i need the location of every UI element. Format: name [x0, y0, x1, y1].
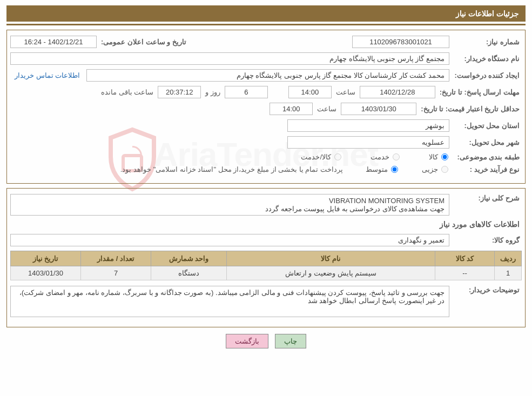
buyer-org-label: نام دستگاه خریدار:: [452, 55, 522, 63]
remaining-label: ساعت باقی مانده: [99, 88, 156, 96]
requester-label: ایجاد کننده درخواست:: [452, 71, 522, 79]
contact-info-link[interactable]: اطلاعات تماس خریدار: [10, 71, 84, 79]
group-value: تعمیر و نگهداری: [10, 234, 449, 246]
radio-goods[interactable]: [441, 153, 448, 160]
radio-medium-label: متوسط: [366, 165, 388, 173]
payment-note: پرداخت تمام یا بخشی از مبلغ خرید،از محل …: [118, 165, 345, 173]
radio-service[interactable]: [393, 153, 400, 160]
divider: [6, 24, 526, 25]
radio-partial[interactable]: [441, 166, 448, 173]
province-label: استان محل تحویل:: [452, 122, 522, 130]
need-number-label: شماره نیاز:: [452, 38, 522, 46]
page-title: جزئیات اطلاعات نیاز: [6, 5, 526, 22]
info-section: شماره نیاز: 1102096783001021 تاریخ و ساع…: [6, 30, 526, 184]
desc-textarea[interactable]: VIBRATION MONITORING SYSTEM جهت مشاهده‌ی…: [10, 194, 449, 216]
th-unit: واحد شمارش: [151, 251, 227, 266]
radio-goods-service-label: کالا/خدمت: [301, 153, 331, 161]
radio-service-label: خدمت: [371, 153, 389, 161]
deadline-date-value: 1402/12/28: [360, 86, 435, 98]
requester-value: محمد کشت کار کارشناسان کالا مجتمع گاز پا…: [86, 69, 449, 82]
buyer-org-value: مجتمع گاز پارس جنوبی پالایشگاه چهارم: [10, 52, 449, 65]
cell-name: سیستم پایش وضعیت و ارتعاش: [227, 266, 435, 280]
days-remaining-value: 6: [225, 86, 268, 98]
radio-goods-service[interactable]: [334, 153, 341, 160]
th-code: کد کالا: [435, 251, 495, 266]
price-validity-date-value: 1403/01/30: [341, 103, 416, 115]
buyer-notes-label: توضیحات خریدار:: [452, 286, 522, 294]
time-label-2: ساعت: [315, 105, 339, 113]
category-label: طبقه بندی موضوعی:: [452, 153, 522, 161]
goods-info-title: اطلاعات کالاهای مورد نیاز: [12, 220, 520, 229]
announce-date-value: 1402/12/21 - 16:24: [10, 36, 97, 48]
need-number-value: 1102096783001021: [352, 36, 449, 48]
deadline-time-value: 14:00: [288, 86, 332, 98]
buyer-notes-textarea[interactable]: [10, 286, 449, 317]
back-button[interactable]: بازگشت: [226, 334, 268, 348]
time-label-1: ساعت: [334, 88, 358, 96]
th-qty: تعداد / مقدار: [81, 251, 151, 266]
cell-code: --: [435, 266, 495, 280]
cell-date: 1403/01/30: [11, 266, 81, 280]
th-name: نام کالا: [227, 251, 435, 266]
city-label: شهر محل تحویل:: [452, 138, 522, 146]
price-validity-label: حداقل تاریخ اعتبار قیمت: تا تاریخ:: [419, 105, 522, 113]
radio-medium[interactable]: [391, 166, 398, 173]
days-and-label: روز و: [203, 88, 223, 96]
cell-qty: 7: [81, 266, 151, 280]
th-row: ردیف: [495, 251, 522, 266]
goods-table: ردیف کد کالا نام کالا واحد شمارش تعداد /…: [10, 251, 522, 280]
price-validity-time-value: 14:00: [270, 103, 313, 115]
announce-date-label: تاریخ و ساعت اعلان عمومی:: [99, 38, 188, 46]
hours-remaining-value: 20:37:12: [158, 86, 201, 98]
radio-goods-label: کالا: [429, 153, 438, 161]
goods-section: شرح کلی نیاز: VIBRATION MONITORING SYSTE…: [6, 188, 526, 327]
desc-label: شرح کلی نیاز:: [452, 194, 522, 202]
purchase-type-label: نوع فرآیند خرید :: [452, 165, 522, 173]
province-value: بوشهر: [287, 119, 449, 132]
radio-partial-label: جزیی: [422, 165, 438, 173]
print-button[interactable]: چاپ: [275, 334, 306, 348]
cell-row: 1: [495, 266, 522, 280]
th-date: تاریخ نیاز: [11, 251, 81, 266]
cell-unit: دستگاه: [151, 266, 227, 280]
group-label: گروه کالا:: [452, 236, 522, 244]
table-row: 1 -- سیستم پایش وضعیت و ارتعاش دستگاه 7 …: [11, 266, 522, 280]
deadline-label: مهلت ارسال پاسخ: تا تاریخ:: [437, 88, 522, 96]
button-row: چاپ بازگشت: [6, 334, 526, 348]
city-value: عسلویه: [287, 136, 449, 149]
